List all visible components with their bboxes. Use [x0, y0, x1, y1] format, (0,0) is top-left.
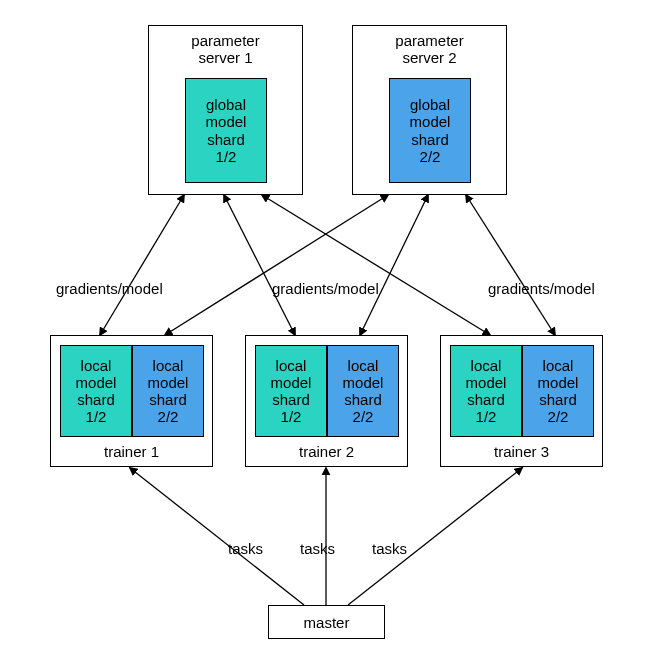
svg-line-8	[348, 468, 522, 605]
svg-line-5	[466, 195, 555, 335]
trainer-2-shard-2: local model shard 2/2	[327, 345, 399, 437]
edge-label-grad-1: gradients/model	[56, 280, 163, 297]
svg-line-0	[100, 195, 184, 335]
trainer-3-shard-1: local model shard 1/2	[450, 345, 522, 437]
edge-label-tasks-3: tasks	[372, 540, 407, 557]
trainer-1: local model shard 1/2 local model shard …	[50, 335, 213, 467]
edge-label-grad-3: gradients/model	[488, 280, 595, 297]
svg-line-3	[165, 195, 388, 335]
trainer-3-shard-2: local model shard 2/2	[522, 345, 594, 437]
trainer-2-title: trainer 2	[246, 443, 407, 460]
trainer-3-title: trainer 3	[441, 443, 602, 460]
svg-line-1	[224, 195, 295, 335]
ps1-title: parameter server 1	[149, 32, 302, 67]
trainer-1-shard-2: local model shard 2/2	[132, 345, 204, 437]
trainer-1-shard-1: local model shard 1/2	[60, 345, 132, 437]
edge-label-grad-2: gradients/model	[272, 280, 379, 297]
edge-label-tasks-2: tasks	[300, 540, 335, 557]
svg-line-4	[360, 195, 428, 335]
edge-label-tasks-1: tasks	[228, 540, 263, 557]
svg-line-6	[130, 468, 304, 605]
ps1-global-shard: global model shard 1/2	[185, 78, 267, 183]
ps2-global-shard: global model shard 2/2	[389, 78, 471, 183]
master-label: master	[304, 614, 350, 631]
trainer-1-title: trainer 1	[51, 443, 212, 460]
trainer-2: local model shard 1/2 local model shard …	[245, 335, 408, 467]
trainer-2-shard-1: local model shard 1/2	[255, 345, 327, 437]
master: master	[268, 605, 385, 639]
ps2-title: parameter server 2	[353, 32, 506, 67]
trainer-3: local model shard 1/2 local model shard …	[440, 335, 603, 467]
svg-line-2	[262, 195, 490, 335]
parameter-server-1: parameter server 1 global model shard 1/…	[148, 25, 303, 195]
parameter-server-2: parameter server 2 global model shard 2/…	[352, 25, 507, 195]
